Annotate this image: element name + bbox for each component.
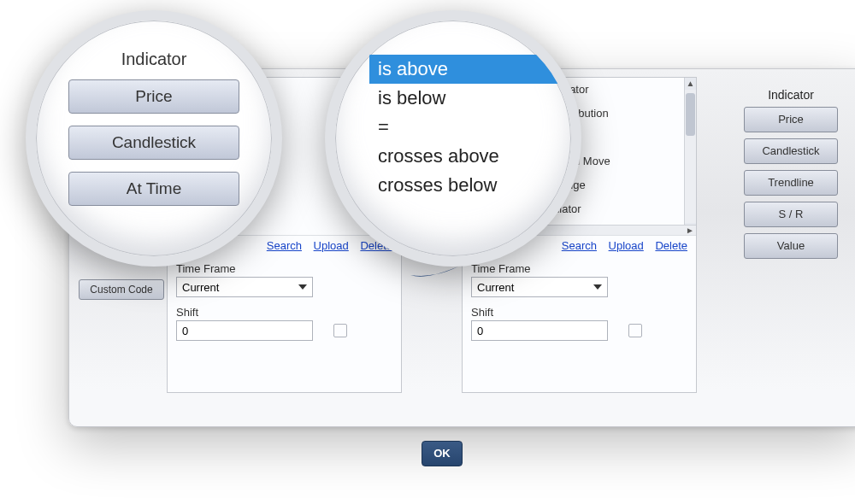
condition-option[interactable]: is below [369,84,571,113]
shift-checkbox[interactable] [333,324,347,337]
magnifier-header: Indicator [36,44,272,79]
shift-checkbox[interactable] [628,324,642,337]
custom-code-button[interactable]: Custom Code [79,279,164,300]
timeframe-select[interactable]: Current [176,277,313,297]
magnifier-left: Indicator Price Candlestick At Time [26,10,282,267]
candlestick-button[interactable]: Candlestick [744,138,838,164]
scroll-thumb[interactable] [686,93,695,136]
search-link[interactable]: Search [267,239,302,252]
delete-link[interactable]: Delete [655,239,687,252]
condition-option[interactable]: = [369,113,571,142]
upload-link[interactable]: Upload [314,239,349,252]
price-button-zoom[interactable]: Price [68,79,239,114]
condition-option[interactable]: is above [369,55,571,84]
sr-button[interactable]: S / R [744,202,838,227]
timeframe-label: Time Frame [168,257,401,277]
timeframe-select[interactable]: Current [471,277,608,297]
magnifier-right: is above is below = crosses above crosse… [325,10,581,267]
upload-link[interactable]: Upload [609,239,644,252]
condition-option[interactable]: crosses above [369,142,571,171]
scroll-right-icon[interactable]: ► [686,226,694,235]
ok-button[interactable]: OK [422,441,463,466]
search-link[interactable]: Search [562,239,597,252]
at-time-button-zoom[interactable]: At Time [68,172,239,206]
scroll-up-icon[interactable]: ▲ [685,78,696,90]
scrollbar-vertical[interactable]: ▲ ▼ [684,78,696,235]
shift-input[interactable] [471,320,608,341]
candlestick-button-zoom[interactable]: Candlestick [68,126,239,160]
sidebar-header: Indicator [744,81,838,107]
price-button[interactable]: Price [744,107,838,132]
value-button[interactable]: Value [744,233,838,259]
timeframe-label: Time Frame [463,257,696,277]
shift-label: Shift [168,301,401,320]
shift-input[interactable] [176,320,313,341]
trendline-button[interactable]: Trendline [744,170,838,196]
condition-option[interactable]: crosses below [369,171,571,200]
indicator-sidebar: Indicator Price Candlestick Trendline S … [744,81,838,265]
shift-label: Shift [463,301,696,320]
